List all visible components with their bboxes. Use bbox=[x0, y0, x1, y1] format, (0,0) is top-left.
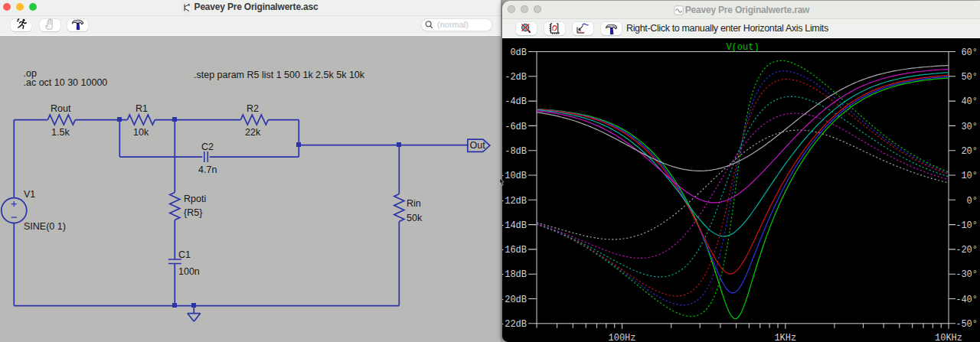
svg-text:R1: R1 bbox=[136, 103, 148, 114]
svg-text:Rin: Rin bbox=[407, 198, 421, 209]
svg-text:0dB: 0dB bbox=[510, 47, 527, 58]
svg-text:V(out): V(out) bbox=[726, 42, 759, 53]
svg-text:10k: 10k bbox=[133, 127, 149, 138]
svg-text:50k: 50k bbox=[407, 213, 423, 223]
svg-text:.ac oct 10 30 10000: .ac oct 10 30 10000 bbox=[24, 77, 108, 88]
svg-text:20°: 20° bbox=[961, 146, 978, 157]
svg-text:{R5}: {R5} bbox=[184, 207, 202, 218]
svg-text:100n: 100n bbox=[178, 266, 200, 277]
svg-text:-12dB: -12dB bbox=[502, 196, 527, 207]
svg-text:60°: 60° bbox=[961, 47, 978, 58]
svg-text:-10dB: -10dB bbox=[502, 171, 527, 181]
svg-text:-40°: -40° bbox=[956, 295, 978, 305]
svg-text:100Hz: 100Hz bbox=[608, 333, 635, 342]
svg-text:-8dB: -8dB bbox=[505, 146, 527, 157]
svg-text:-10°: -10° bbox=[956, 220, 978, 231]
svg-text:.step param R5 list 1 500 1k 2: .step param R5 list 1 500 1k 2.5k 5k 10k bbox=[194, 70, 365, 80]
svg-text:-50°: -50° bbox=[956, 319, 978, 330]
svg-text:-18dB: -18dB bbox=[502, 269, 527, 280]
svg-text:10KHz: 10KHz bbox=[935, 333, 962, 342]
svg-text:-16dB: -16dB bbox=[502, 245, 527, 256]
svg-text:0°: 0° bbox=[967, 196, 978, 207]
svg-text:-14dB: -14dB bbox=[502, 220, 527, 231]
svg-text:SINE(0 1): SINE(0 1) bbox=[24, 221, 66, 232]
svg-text:C1: C1 bbox=[178, 249, 191, 260]
svg-text:Rout: Rout bbox=[51, 103, 71, 114]
svg-text:-4dB: -4dB bbox=[505, 96, 527, 107]
svg-text:-22dB: -22dB bbox=[502, 319, 527, 330]
svg-text:10°: 10° bbox=[961, 171, 978, 181]
svg-text:R2: R2 bbox=[247, 103, 259, 114]
svg-text:Rpoti: Rpoti bbox=[184, 194, 206, 204]
svg-text:Out: Out bbox=[470, 140, 486, 151]
svg-text:C2: C2 bbox=[201, 142, 214, 152]
svg-text:-20dB: -20dB bbox=[502, 295, 527, 305]
svg-text:1.5k: 1.5k bbox=[51, 127, 70, 138]
svg-text:4.7n: 4.7n bbox=[198, 164, 217, 175]
svg-text:40°: 40° bbox=[961, 96, 978, 107]
svg-text:30°: 30° bbox=[961, 122, 978, 132]
svg-text:-20°: -20° bbox=[956, 245, 978, 256]
svg-text:50°: 50° bbox=[961, 72, 978, 83]
svg-text:-30°: -30° bbox=[956, 269, 978, 280]
svg-text:V1: V1 bbox=[24, 189, 35, 200]
svg-text:1KHz: 1KHz bbox=[774, 333, 796, 342]
svg-text:-6dB: -6dB bbox=[505, 122, 527, 132]
svg-text:-2dB: -2dB bbox=[505, 72, 527, 83]
svg-text:22k: 22k bbox=[245, 127, 261, 138]
